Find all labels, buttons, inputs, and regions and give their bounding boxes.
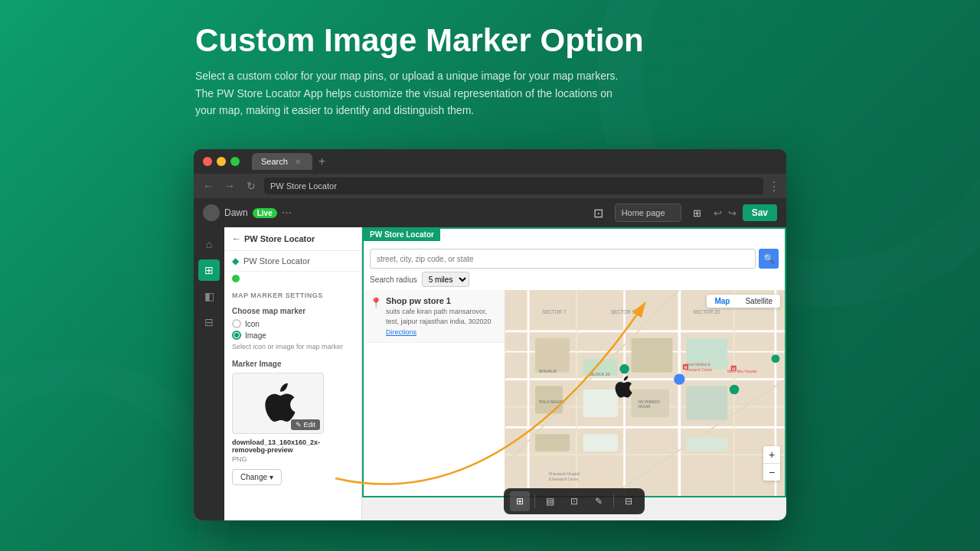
radio-image-circle[interactable]	[232, 331, 241, 340]
store-name: Shop pw store 1	[386, 296, 498, 305]
marker-type-setting: Choose map marker Icon Image Select icon…	[224, 302, 361, 355]
panel-nav-icon: ◆	[232, 256, 239, 266]
store-pin-icon: 📍	[370, 297, 382, 308]
redo-button[interactable]: ↪	[728, 207, 737, 219]
radio-option-icon[interactable]: Icon	[232, 319, 354, 328]
radio-icon-circle[interactable]	[232, 319, 241, 328]
svg-text:Amar Medical &: Amar Medical &	[686, 363, 710, 367]
widget-search-input[interactable]	[370, 249, 756, 269]
tool-edit-button[interactable]: ✎	[589, 491, 609, 511]
toolbar-divider-2	[613, 494, 614, 508]
sidebar-icon-home[interactable]: ⌂	[198, 233, 220, 255]
map-tab-satellite[interactable]: Satellite	[737, 295, 780, 308]
change-image-button[interactable]: Change ▾	[232, 469, 282, 485]
panel-nav-item[interactable]: ◆ PW Store Locator	[224, 251, 361, 272]
live-badge: Live	[253, 208, 277, 218]
store-item[interactable]: 📍 Shop pw store 1 suits cafe kiran path …	[364, 290, 505, 343]
svg-text:& Research Centre: & Research Centre	[549, 478, 579, 481]
zoom-in-button[interactable]: +	[763, 446, 780, 463]
close-button[interactable]	[203, 157, 212, 166]
toolbar-divider-1	[534, 494, 535, 508]
sidebar-icon-pages[interactable]: ⊞	[198, 259, 220, 281]
svg-text:Dhanwantri Hospital: Dhanwantri Hospital	[549, 472, 580, 476]
svg-text:SHIVALIK: SHIVALIK	[539, 369, 557, 373]
browser-menu-button[interactable]: ⋮	[768, 179, 780, 194]
browser-navbar: ← → ↻ PW Store Locator ⋮	[194, 174, 786, 198]
tool-delete-button[interactable]: ⊟	[619, 491, 639, 511]
active-tab[interactable]: Search ✕	[252, 153, 312, 170]
toolbar-user: Dawn Live ···	[203, 204, 292, 221]
svg-text:THLA NAGAR: THLA NAGAR	[539, 399, 565, 404]
back-nav-button[interactable]: ←	[200, 178, 217, 194]
user-avatar	[203, 204, 220, 221]
store-directions-link[interactable]: Directions	[386, 328, 416, 336]
address-text: PW Store Locator	[270, 181, 337, 191]
marker-image-edit-button[interactable]: ✎ Edit	[291, 419, 320, 430]
svg-point-27	[674, 373, 684, 384]
reload-nav-button[interactable]: ↻	[243, 178, 260, 194]
toolbar-icon-preview: ⊡	[589, 203, 609, 223]
address-bar[interactable]: PW Store Locator	[264, 178, 763, 194]
store-locator-widget: PW Store Locator 🔍 Search radius 5 miles	[362, 227, 786, 497]
svg-rect-15	[535, 338, 570, 373]
grid-icon[interactable]: ⊞	[688, 203, 707, 223]
radius-label: Search radius	[370, 276, 417, 284]
widget-search-bar: 🔍	[364, 243, 785, 269]
svg-rect-17	[632, 338, 673, 373]
setting-label: Choose map marker	[232, 307, 354, 315]
user-name: Dawn	[224, 207, 248, 218]
svg-text:H: H	[684, 365, 688, 370]
toolbar-more-button[interactable]: ···	[282, 206, 292, 220]
svg-rect-23	[535, 434, 570, 451]
tool-list-button[interactable]: ▤	[540, 491, 560, 511]
new-tab-button[interactable]: +	[315, 155, 328, 168]
panel-section-title: MAP MARKER SETTINGS	[224, 285, 361, 302]
map-tab-map[interactable]: Map	[707, 295, 737, 308]
radius-select[interactable]: 5 miles	[422, 272, 469, 287]
browser-tabs: Search ✕ +	[252, 153, 777, 170]
page-selector[interactable]: Home page	[615, 204, 681, 222]
browser-window: Search ✕ + ← → ↻ PW Store Locator ⋮ Dawn…	[194, 149, 786, 520]
svg-text:BLOCK 10: BLOCK 10	[590, 372, 610, 377]
tab-close-icon[interactable]: ✕	[292, 156, 303, 167]
sidebar-icon-layers[interactable]: ◧	[198, 285, 220, 307]
panel-breadcrumb: ← PW Store Locator	[224, 227, 361, 251]
svg-text:H: H	[732, 367, 735, 371]
minimize-button[interactable]	[217, 157, 226, 166]
radio-option-image[interactable]: Image	[232, 331, 354, 340]
sidebar-icons: ⌂ ⊞ ◧ ⊟	[194, 227, 224, 520]
map-area: SECTOR 7 SECTOR 10 SECTOR 20 SHIVALIK BL…	[505, 290, 785, 496]
page-title: Custom Image Marker Option	[195, 23, 785, 58]
svg-rect-25	[686, 438, 727, 452]
radio-icon-label: Icon	[245, 320, 260, 328]
map-zoom-controls: + −	[763, 446, 780, 481]
traffic-lights	[203, 157, 240, 166]
svg-rect-22	[686, 386, 727, 421]
main-content: PW Store Locator 🔍 Search radius 5 miles	[362, 227, 786, 520]
map-apple-marker	[612, 374, 633, 403]
tool-grid-button[interactable]: ⊞	[510, 491, 530, 511]
svg-point-28	[730, 385, 740, 395]
undo-button[interactable]: ↩	[714, 207, 722, 219]
app-toolbar: Dawn Live ··· ⊡ Home page ⊞ ↩ ↪ Sav	[194, 198, 786, 227]
panel-nav-label: PW Store Locator	[243, 256, 310, 266]
svg-point-29	[771, 354, 779, 363]
widget-radius-bar: Search radius 5 miles	[364, 269, 785, 290]
store-address: suits cafe kiran path mansarovor, test, …	[386, 307, 498, 326]
svg-text:HIV PARWATI: HIV PARWATI	[639, 400, 660, 404]
store-item-header: 📍 Shop pw store 1 suits cafe kiran path …	[370, 296, 498, 336]
tool-layout-button[interactable]: ⊡	[564, 491, 584, 511]
zoom-out-button[interactable]: −	[763, 464, 780, 481]
maximize-button[interactable]	[230, 157, 240, 166]
save-button[interactable]: Sav	[743, 204, 777, 221]
image-filename: download_13_160x160_2x-removebg-preview	[232, 439, 354, 454]
widget-body: 📍 Shop pw store 1 suits cafe kiran path …	[364, 290, 785, 496]
forward-nav-button[interactable]: →	[221, 178, 238, 194]
marker-image-section: Marker Image ✎ Edit download_13_160x160_…	[224, 355, 361, 490]
panel-back-button[interactable]: ←	[232, 233, 241, 244]
sidebar-icon-components[interactable]: ⊟	[198, 311, 220, 333]
svg-text:Research Centre: Research Centre	[686, 368, 712, 372]
left-panel: ← PW Store Locator ◆ PW Store Locator MA…	[224, 227, 362, 520]
widget-search-button[interactable]: 🔍	[759, 249, 779, 269]
preview-icon[interactable]: ⊡	[589, 203, 609, 223]
